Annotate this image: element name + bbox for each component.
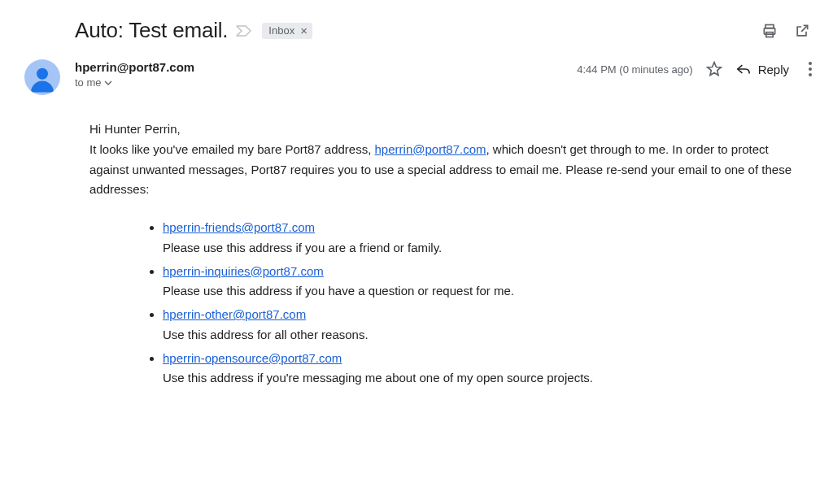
address-desc: Please use this address if you have a qu… [163,281,794,302]
svg-point-6 [809,67,812,71]
address-desc: Please use this address if you are a fri… [163,238,794,259]
list-item: hperrin-friends@port87.com Please use th… [163,218,794,259]
inbox-label-chip[interactable]: Inbox × [262,23,312,39]
address-desc: Use this address for all other reasons. [163,325,794,345]
body-paragraph: It looks like you've emailed my bare Por… [89,140,794,200]
timestamp: 4:44 PM (0 minutes ago) [577,63,692,76]
greeting: Hi Hunter Perrin, [89,119,794,140]
address-list: hperrin-friends@port87.com Please use th… [146,218,794,389]
address-link[interactable]: hperrin-other@port87.com [163,307,306,321]
important-marker-icon[interactable] [236,25,254,37]
list-item: hperrin-other@port87.com Use this addres… [163,305,794,345]
inbox-chip-label: Inbox [268,24,294,37]
inbox-chip-remove-icon[interactable]: × [297,24,311,37]
recipient-text: to me [75,76,102,89]
more-actions-icon[interactable] [802,61,818,77]
svg-marker-4 [707,63,721,76]
reply-label: Reply [758,63,789,76]
open-new-window-icon[interactable] [794,23,810,39]
list-item: hperrin-inquiries@port87.com Please use … [163,262,794,302]
star-icon[interactable] [706,61,722,77]
email-body: Hi Hunter Perrin, It looks like you've e… [15,111,818,400]
sender-address: hperrin@port87.com [75,60,194,74]
svg-point-7 [809,73,812,76]
address-link[interactable]: hperrin-opensource@port87.com [163,351,342,365]
address-desc: Use this address if you're messaging me … [163,368,794,389]
avatar[interactable] [24,59,60,95]
address-link[interactable]: hperrin-friends@port87.com [163,220,315,234]
reply-button[interactable]: Reply [735,63,789,76]
bare-address-link[interactable]: hperrin@port87.com [375,142,486,156]
subject-text: Auto: Test email. [75,18,228,43]
recipient-toggle[interactable]: to me [75,76,194,89]
chevron-down-icon [104,80,112,85]
print-icon[interactable] [761,23,778,39]
svg-point-5 [809,62,812,65]
subject-row: Auto: Test email. Inbox × [15,15,818,56]
address-link[interactable]: hperrin-inquiries@port87.com [163,264,324,278]
svg-point-3 [37,68,48,80]
para-pre: It looks like you've emailed my bare Por… [89,142,375,156]
list-item: hperrin-opensource@port87.com Use this a… [163,349,794,389]
